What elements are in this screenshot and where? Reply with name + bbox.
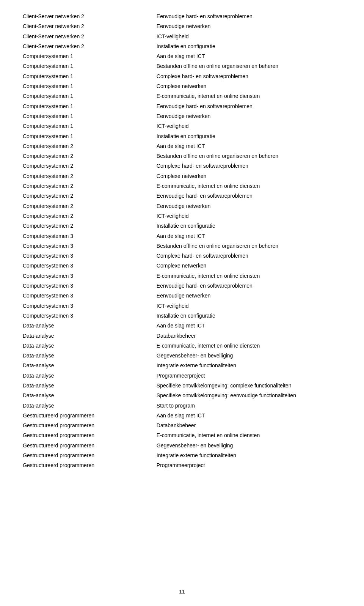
table-row: Computersystemen 3ICT-veiligheid <box>23 301 341 311</box>
col1-cell: Gestructureerd programmeren <box>23 460 157 470</box>
table-row: Computersystemen 1E-communicatie, intern… <box>23 91 341 101</box>
table-row: Computersystemen 1Eenvoudige hard- en so… <box>23 101 341 111</box>
col2-cell: Aan de slag met ICT <box>157 231 341 241</box>
col2-cell: Integratie externe functionaliteiten <box>157 360 341 370</box>
col1-cell: Computersystemen 1 <box>23 111 157 121</box>
table-row: Client-Server netwerken 2Installatie en … <box>23 41 341 51</box>
col2-cell: Eenvoudige hard- en softwareproblemen <box>157 191 341 201</box>
col1-cell: Gestructureerd programmeren <box>23 411 157 420</box>
table-row: Computersystemen 2Eenvoudige netwerken <box>23 201 341 211</box>
col2-cell: Complexe hard- en softwareproblemen <box>157 161 341 171</box>
col1-cell: Computersystemen 3 <box>23 261 157 271</box>
col2-cell: Eenvoudige netwerken <box>157 111 341 121</box>
table-row: Computersystemen 2Complexe hard- en soft… <box>23 161 341 171</box>
col2-cell: E-communicatie, internet en online diens… <box>157 271 341 281</box>
table-row: Data-analyseStart to program <box>23 401 341 411</box>
col2-cell: E-communicatie, internet en online diens… <box>157 181 341 191</box>
col1-cell: Computersystemen 3 <box>23 241 157 251</box>
table-row: Data-analyseSpecifieke ontwikkelomgeving… <box>23 381 341 390</box>
col1-cell: Computersystemen 1 <box>23 121 157 131</box>
col1-cell: Computersystemen 2 <box>23 151 157 161</box>
col2-cell: E-communicatie, internet en online diens… <box>157 91 341 101</box>
col2-cell: ICT-veiligheid <box>157 121 341 131</box>
col2-cell: Installatie en configuratie <box>157 221 341 231</box>
col2-cell: Complexe hard- en softwareproblemen <box>157 71 341 81</box>
table-row: Computersystemen 2E-communicatie, intern… <box>23 181 341 191</box>
col2-cell: Specifieke ontwikkelomgeving: eenvoudige… <box>157 390 341 400</box>
page-number: 11 <box>179 589 185 595</box>
col1-cell: Data-analyse <box>23 360 157 370</box>
col2-cell: Integratie externe functionaliteiten <box>157 450 341 460</box>
table-row: Data-analyseProgrammeerproject <box>23 371 341 381</box>
col2-cell: Gegevensbeheer- en beveiliging <box>157 351 341 360</box>
col1-cell: Computersystemen 2 <box>23 171 157 181</box>
col2-cell: Specifieke ontwikkelomgeving: complexe f… <box>157 381 341 390</box>
col1-cell: Computersystemen 2 <box>23 191 157 201</box>
col1-cell: Gestructureerd programmeren <box>23 430 157 440</box>
col1-cell: Gestructureerd programmeren <box>23 441 157 450</box>
table-row: Computersystemen 1ICT-veiligheid <box>23 121 341 131</box>
col1-cell: Data-analyse <box>23 331 157 341</box>
col2-cell: Eenvoudige netwerken <box>157 21 341 31</box>
col2-cell: Eenvoudige netwerken <box>157 201 341 211</box>
table-row: Computersystemen 1Aan de slag met ICT <box>23 51 341 61</box>
col2-cell: Complexe netwerken <box>157 261 341 271</box>
table-row: Computersystemen 3E-communicatie, intern… <box>23 271 341 281</box>
table-row: Data-analyseSpecifieke ontwikkelomgeving… <box>23 390 341 400</box>
col2-cell: ICT-veiligheid <box>157 211 341 221</box>
table-row: Gestructureerd programmerenIntegratie ex… <box>23 450 341 460</box>
main-table: Client-Server netwerken 2Eenvoudige hard… <box>23 11 341 471</box>
col2-cell: ICT-veiligheid <box>157 301 341 311</box>
col2-cell: Installatie en configuratie <box>157 311 341 321</box>
table-row: Computersystemen 2Installatie en configu… <box>23 221 341 231</box>
table-row: Computersystemen 3Bestanden offline en o… <box>23 241 341 251</box>
col1-cell: Data-analyse <box>23 341 157 351</box>
col2-cell: E-communicatie, internet en online diens… <box>157 341 341 351</box>
col2-cell: Eenvoudige hard- en softwareproblemen <box>157 101 341 111</box>
col2-cell: Installatie en configuratie <box>157 41 341 51</box>
col2-cell: Aan de slag met ICT <box>157 411 341 420</box>
table-row: Computersystemen 3Installatie en configu… <box>23 311 341 321</box>
table-row: Computersystemen 1Bestanden offline en o… <box>23 61 341 71</box>
col2-cell: Complexe netwerken <box>157 81 341 91</box>
table-row: Gestructureerd programmerenGegevensbehee… <box>23 441 341 450</box>
col2-cell: Databankbeheer <box>157 331 341 341</box>
col1-cell: Data-analyse <box>23 321 157 331</box>
col1-cell: Computersystemen 1 <box>23 61 157 71</box>
table-row: Gestructureerd programmerenProgrammeerpr… <box>23 460 341 470</box>
col2-cell: Complexe hard- en softwareproblemen <box>157 251 341 261</box>
col2-cell: Gegevensbeheer- en beveiliging <box>157 441 341 450</box>
table-row: Computersystemen 2ICT-veiligheid <box>23 211 341 221</box>
col2-cell: Aan de slag met ICT <box>157 321 341 331</box>
col2-cell: Eenvoudige hard- en softwareproblemen <box>157 11 341 21</box>
table-row: Computersystemen 1Eenvoudige netwerken <box>23 111 341 121</box>
col1-cell: Computersystemen 3 <box>23 311 157 321</box>
col1-cell: Client-Server netwerken 2 <box>23 21 157 31</box>
col1-cell: Data-analyse <box>23 401 157 411</box>
col2-cell: Installatie en configuratie <box>157 131 341 141</box>
col1-cell: Computersystemen 3 <box>23 291 157 301</box>
col2-cell: Programmeerproject <box>157 460 341 470</box>
col1-cell: Computersystemen 1 <box>23 81 157 91</box>
table-row: Computersystemen 2Eenvoudige hard- en so… <box>23 191 341 201</box>
table-row: Computersystemen 3Complexe netwerken <box>23 261 341 271</box>
col1-cell: Computersystemen 3 <box>23 231 157 241</box>
col2-cell: Bestanden offline en online organiseren … <box>157 61 341 71</box>
table-row: Client-Server netwerken 2Eenvoudige netw… <box>23 21 341 31</box>
col2-cell: Aan de slag met ICT <box>157 141 341 151</box>
table-row: Gestructureerd programmerenDatabankbehee… <box>23 420 341 430</box>
col1-cell: Data-analyse <box>23 351 157 360</box>
col1-cell: Computersystemen 2 <box>23 201 157 211</box>
col1-cell: Computersystemen 3 <box>23 301 157 311</box>
table-row: Computersystemen 1Installatie en configu… <box>23 131 341 141</box>
table-row: Computersystemen 3Complexe hard- en soft… <box>23 251 341 261</box>
col1-cell: Gestructureerd programmeren <box>23 450 157 460</box>
table-row: Computersystemen 2Complexe netwerken <box>23 171 341 181</box>
col1-cell: Computersystemen 2 <box>23 181 157 191</box>
col2-cell: Bestanden offline en online organiseren … <box>157 241 341 251</box>
col2-cell: ICT-veiligheid <box>157 31 341 41</box>
col1-cell: Computersystemen 2 <box>23 161 157 171</box>
col1-cell: Computersystemen 3 <box>23 281 157 291</box>
col2-cell: Eenvoudige netwerken <box>157 291 341 301</box>
col1-cell: Computersystemen 1 <box>23 131 157 141</box>
